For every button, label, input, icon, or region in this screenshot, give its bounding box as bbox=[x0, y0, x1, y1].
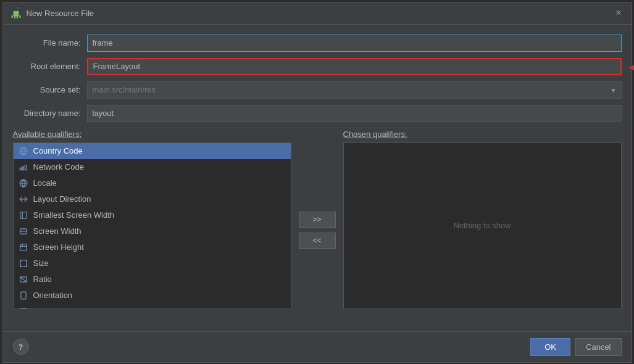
chosen-qualifier-list: Nothing to show bbox=[343, 143, 622, 309]
screen-height-icon bbox=[19, 242, 28, 252]
qualifier-label-ui-mode: UI Mode bbox=[33, 307, 64, 309]
source-set-label: Source set: bbox=[13, 85, 81, 94]
source-set-row: Source set: main src/main/res ▼ bbox=[13, 81, 622, 99]
ui-mode-icon bbox=[19, 307, 28, 309]
locale-icon bbox=[19, 178, 28, 188]
red-arrow-icon: ◀━━ bbox=[628, 59, 635, 74]
qualifier-item-size[interactable]: Size bbox=[14, 255, 291, 271]
qualifier-label-locale: Locale bbox=[33, 178, 57, 188]
file-name-label: File name: bbox=[13, 38, 81, 48]
qualifier-label-network-code: Network Code bbox=[33, 162, 84, 172]
layout-direction-icon bbox=[19, 194, 28, 204]
qualifier-item-screen-width[interactable]: Screen Width bbox=[14, 223, 291, 239]
new-resource-file-dialog: New Resource File × File name: Root elem… bbox=[2, 2, 632, 363]
title-bar: New Resource File × bbox=[3, 2, 632, 25]
file-name-input[interactable] bbox=[87, 35, 622, 52]
country-code-icon bbox=[19, 146, 28, 156]
qualifier-label-country-code: Country Code bbox=[33, 146, 83, 155]
qualifier-item-layout-direction[interactable]: Layout Direction bbox=[14, 191, 291, 207]
qualifier-label-orientation: Orientation bbox=[33, 291, 73, 300]
remove-qualifier-button[interactable]: << bbox=[299, 233, 336, 249]
svg-rect-14 bbox=[20, 260, 27, 267]
qualifier-item-ratio[interactable]: Ratio bbox=[14, 271, 291, 287]
screen-width-icon bbox=[19, 226, 28, 236]
form-area: File name: Root element: ◀━━ Source set:… bbox=[3, 25, 632, 127]
qualifier-list[interactable]: Country Code Network Code Locale Layout … bbox=[13, 143, 291, 309]
dialog-title: New Resource File bbox=[27, 9, 94, 18]
chosen-qualifiers-label: Chosen qualifiers: bbox=[343, 130, 622, 139]
android-icon bbox=[10, 7, 22, 19]
svg-rect-11 bbox=[20, 244, 27, 250]
ok-button[interactable]: OK bbox=[530, 338, 570, 356]
chosen-qualifiers-panel: Chosen qualifiers: Nothing to show bbox=[343, 130, 622, 331]
qualifier-label-size: Size bbox=[33, 259, 49, 268]
svg-line-16 bbox=[20, 276, 27, 281]
help-button[interactable]: ? bbox=[13, 339, 29, 355]
svg-rect-3 bbox=[22, 166, 23, 170]
root-element-wrap: ◀━━ bbox=[87, 58, 622, 75]
add-qualifier-button[interactable]: >> bbox=[299, 212, 336, 228]
nothing-to-show-text: Nothing to show bbox=[453, 221, 511, 230]
available-qualifiers-panel: Available qualifiers: Country Code Netwo… bbox=[13, 130, 291, 331]
source-set-wrap: main src/main/res ▼ bbox=[87, 81, 622, 99]
cancel-button[interactable]: Cancel bbox=[575, 338, 621, 356]
qualifier-label-layout-direction: Layout Direction bbox=[33, 194, 91, 204]
qualifier-item-screen-height[interactable]: Screen Height bbox=[14, 239, 291, 255]
qualifier-label-smallest-screen-width: Smallest Screen Width bbox=[33, 210, 115, 220]
dialog-action-buttons: OK Cancel bbox=[530, 338, 621, 356]
ratio-icon bbox=[19, 275, 28, 284]
svg-rect-7 bbox=[20, 212, 27, 218]
qualifiers-section: Available qualifiers: Country Code Netwo… bbox=[3, 130, 632, 331]
qualifier-item-ui-mode[interactable]: UI Mode bbox=[14, 304, 291, 309]
title-bar-left: New Resource File bbox=[10, 7, 94, 19]
svg-rect-17 bbox=[20, 292, 25, 299]
file-name-row: File name: bbox=[13, 35, 622, 52]
bottom-bar: ? OK Cancel bbox=[3, 331, 632, 362]
svg-rect-4 bbox=[25, 165, 26, 170]
orientation-icon bbox=[19, 291, 28, 300]
size-icon bbox=[19, 259, 28, 268]
qualifier-item-network-code[interactable]: Network Code bbox=[14, 159, 291, 175]
root-element-label: Root element: bbox=[13, 62, 81, 71]
directory-name-input[interactable] bbox=[87, 105, 622, 122]
svg-rect-2 bbox=[20, 168, 21, 170]
close-button[interactable]: × bbox=[613, 7, 624, 19]
svg-rect-18 bbox=[20, 308, 27, 308]
transfer-buttons: >> << bbox=[291, 130, 343, 331]
qualifier-item-locale[interactable]: Locale bbox=[14, 175, 291, 191]
available-qualifiers-label: Available qualifiers: bbox=[13, 130, 291, 139]
root-element-row: Root element: ◀━━ bbox=[13, 58, 622, 75]
directory-name-row: Directory name: bbox=[13, 105, 622, 122]
qualifier-label-screen-width: Screen Width bbox=[33, 226, 81, 236]
qualifier-item-orientation[interactable]: Orientation bbox=[14, 287, 291, 304]
qualifier-item-country-code[interactable]: Country Code bbox=[14, 143, 291, 159]
qualifier-label-ratio: Ratio bbox=[33, 275, 52, 284]
source-set-select[interactable]: main src/main/res bbox=[87, 81, 622, 99]
qualifier-item-smallest-screen-width[interactable]: Smallest Screen Width bbox=[14, 207, 291, 223]
directory-name-label: Directory name: bbox=[13, 109, 81, 118]
network-code-icon bbox=[19, 162, 28, 172]
smallest-screen-width-icon bbox=[19, 210, 28, 220]
root-element-input[interactable] bbox=[87, 58, 622, 75]
qualifier-label-screen-height: Screen Height bbox=[33, 242, 84, 252]
